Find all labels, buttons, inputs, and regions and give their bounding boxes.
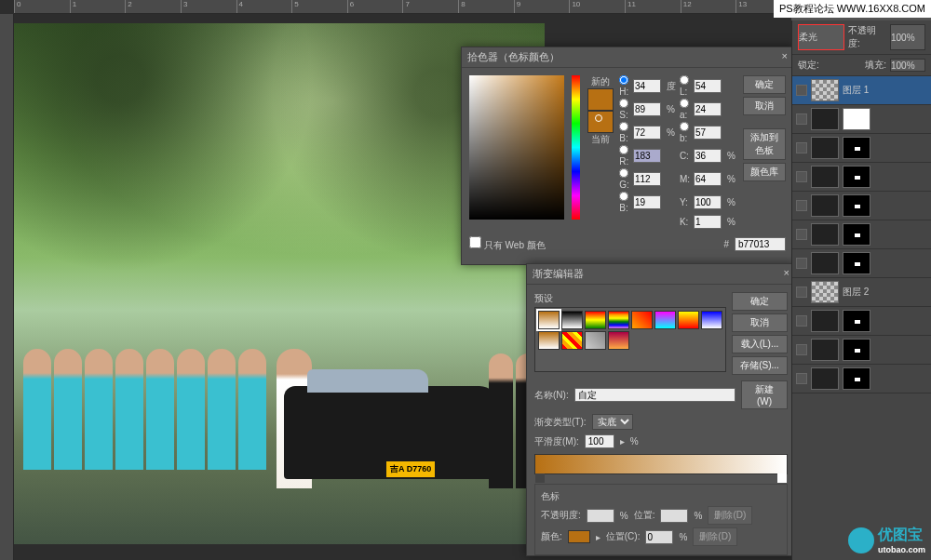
eye-icon[interactable] [796, 373, 807, 384]
eye-icon[interactable] [796, 85, 807, 96]
new-button[interactable]: 新建(W) [741, 380, 788, 409]
logo-icon [848, 527, 874, 553]
b-radio[interactable] [680, 122, 689, 131]
r-input[interactable] [633, 149, 661, 163]
gradient-name-input[interactable] [574, 388, 735, 402]
stop-color-chip[interactable] [568, 530, 590, 543]
hex-input[interactable] [735, 237, 786, 251]
layer-row[interactable] [792, 163, 931, 192]
load-button[interactable]: 载入(L)... [732, 335, 788, 353]
delete-button[interactable]: 删除(D) [693, 527, 737, 546]
eye-icon[interactable] [796, 258, 807, 269]
g-input[interactable] [633, 172, 661, 186]
eye-icon[interactable] [796, 344, 807, 355]
color-picker-dialog: 拾色器（色标颜色） × 新的 当前 H:度 L: S:% a: B:% b: [461, 47, 794, 265]
ok-button[interactable]: 确定 [743, 75, 786, 94]
ruler-horizontal: 012345678910111213 [14, 0, 791, 14]
h-input[interactable] [633, 79, 661, 93]
layer-row[interactable] [792, 336, 931, 365]
a-radio[interactable] [680, 99, 689, 108]
web-only-checkbox[interactable]: 只有 Web 颜色 [469, 236, 546, 252]
layer-row[interactable] [792, 192, 931, 220]
dialog-titlebar[interactable]: 拾色器（色标颜色） × [462, 47, 793, 68]
layers-panel: 不透明度: 锁定: 填充: 图层 1 图层 2 [791, 20, 931, 560]
layer-row[interactable]: 图层 2 [792, 278, 931, 307]
eye-icon[interactable] [796, 315, 807, 327]
layer-row[interactable] [792, 307, 931, 336]
color-library-button[interactable]: 颜色库 [743, 163, 786, 181]
layer-row[interactable] [792, 105, 931, 134]
fill-input[interactable] [890, 59, 925, 72]
gradient-bar[interactable] [534, 454, 788, 474]
k-input[interactable] [694, 215, 722, 229]
new-color-swatch [587, 88, 614, 111]
cancel-button[interactable]: 取消 [743, 97, 786, 115]
b-input[interactable] [694, 126, 722, 140]
ruler-vertical [0, 14, 14, 560]
bb-input[interactable] [633, 195, 661, 209]
s-input[interactable] [633, 102, 661, 116]
eye-icon[interactable] [796, 113, 807, 125]
gradient-type-select[interactable]: 实底 [592, 414, 633, 430]
hue-slider[interactable] [572, 75, 580, 220]
cancel-button[interactable]: 取消 [732, 313, 788, 332]
g-radio[interactable] [619, 168, 628, 178]
layer-row[interactable] [792, 365, 931, 393]
s-radio[interactable] [619, 99, 628, 108]
saturation-value-field[interactable] [469, 75, 564, 220]
bb-radio[interactable] [619, 192, 628, 201]
layer-row[interactable] [792, 249, 931, 278]
close-icon[interactable]: × [782, 50, 788, 64]
layer-row[interactable] [792, 220, 931, 249]
logo: 优图宝utobao.com [848, 526, 925, 554]
current-color-swatch [587, 111, 614, 133]
h-radio[interactable] [619, 75, 628, 85]
license-plate: 吉A D7760 [386, 461, 435, 477]
eye-icon[interactable] [796, 200, 807, 211]
eye-icon[interactable] [796, 287, 807, 298]
dialog-title: 渐变编辑器 [533, 267, 584, 281]
r-radio[interactable] [619, 145, 628, 154]
dialog-title: 拾色器（色标颜色） [467, 50, 560, 64]
opacity-input[interactable] [890, 24, 925, 50]
layer-row[interactable]: 图层 1 [792, 76, 931, 105]
bv-radio[interactable] [619, 122, 628, 131]
a-input[interactable] [694, 102, 722, 116]
bv-input[interactable] [633, 126, 661, 140]
eye-icon[interactable] [796, 142, 807, 153]
preset-grid[interactable] [534, 307, 726, 372]
l-input[interactable] [694, 79, 722, 93]
delete-button[interactable]: 删除(D) [708, 506, 752, 525]
layer-row[interactable] [792, 134, 931, 163]
layer-list[interactable]: 图层 1 图层 2 [792, 76, 931, 560]
stop-pos-input[interactable] [660, 509, 688, 523]
c-input[interactable] [694, 149, 722, 163]
stop-opacity-input[interactable] [587, 509, 614, 523]
watermark: PS教程论坛 WWW.16XX8.COM [774, 0, 931, 18]
m-input[interactable] [694, 172, 722, 186]
eye-icon[interactable] [796, 171, 807, 182]
stop-pos2-input[interactable] [645, 530, 673, 544]
add-swatch-button[interactable]: 添加到色板 [743, 128, 786, 160]
y-input[interactable] [694, 195, 722, 209]
l-radio[interactable] [680, 75, 689, 85]
eye-icon[interactable] [796, 229, 807, 240]
smoothness-input[interactable] [585, 434, 614, 448]
gradient-editor-dialog: 渐变编辑器 × 预设 [526, 263, 796, 556]
dialog-titlebar[interactable]: 渐变编辑器 × [527, 264, 795, 285]
save-button[interactable]: 存储(S)... [732, 356, 788, 375]
ok-button[interactable]: 确定 [732, 292, 788, 311]
close-icon[interactable]: × [784, 267, 789, 281]
blend-mode-select[interactable] [798, 24, 844, 50]
